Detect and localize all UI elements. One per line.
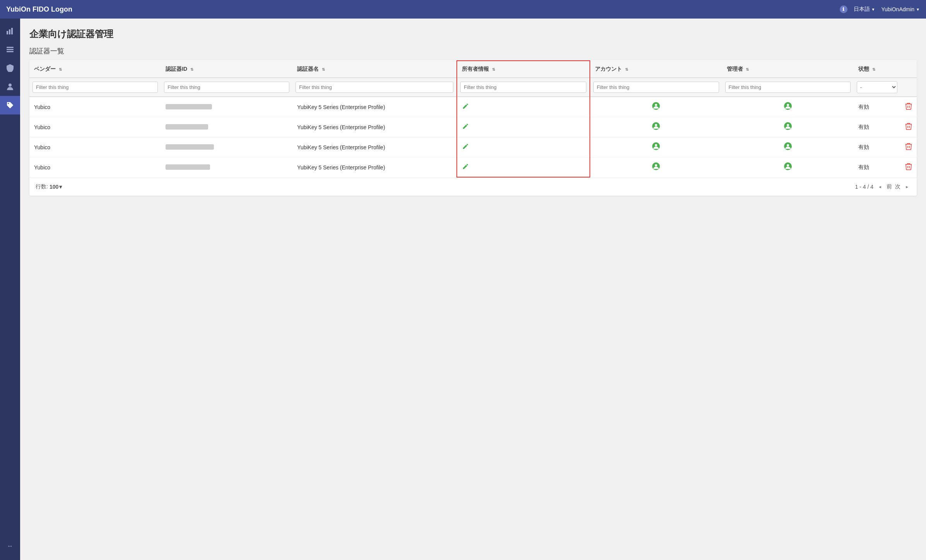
sidebar-item-tag[interactable]: [0, 96, 20, 114]
col-vendor[interactable]: ベンダー ⇅: [29, 61, 161, 78]
pencil-icon: [462, 162, 470, 170]
col-actions: [900, 61, 917, 78]
table-row: Yubico●●●●●●●●YubiKey 5 Series (Enterpri…: [29, 117, 917, 137]
shield-icon: [7, 64, 14, 72]
person-circle-icon: [652, 122, 660, 130]
cell-vendor: Yubico: [29, 157, 161, 178]
col-auth-name[interactable]: 認証器名 ⇅: [292, 61, 457, 78]
filter-status-cell: - 有効 無効: [854, 78, 900, 97]
sidebar-collapse-button[interactable]: ↔: [0, 537, 20, 555]
language-selector[interactable]: 日本語 ▼: [854, 6, 875, 13]
filter-admin-cell: [722, 78, 854, 97]
sidebar-item-user[interactable]: [0, 77, 20, 96]
filter-owner-input[interactable]: [460, 82, 586, 93]
user-dropdown-arrow: ▼: [916, 7, 920, 12]
svg-point-28: [787, 164, 789, 167]
col-account[interactable]: アカウント ⇅: [590, 61, 722, 78]
cell-owner[interactable]: [457, 157, 590, 178]
svg-rect-1: [9, 29, 10, 34]
trash-icon: [905, 162, 912, 170]
list-icon: [6, 46, 14, 53]
cell-delete[interactable]: [900, 97, 917, 117]
bar-chart-icon: [6, 27, 14, 35]
delete-icon[interactable]: [905, 104, 912, 111]
col-admin[interactable]: 管理者 ⇅: [722, 61, 854, 78]
info-icon[interactable]: ℹ: [840, 5, 847, 13]
user-menu[interactable]: YubiOnAdmin ▼: [881, 6, 920, 12]
pencil-icon: [462, 102, 470, 110]
cell-delete[interactable]: [900, 117, 917, 137]
admin-icon: [784, 143, 792, 152]
cell-owner[interactable]: [457, 117, 590, 137]
sort-admin-icon: ⇅: [746, 67, 749, 72]
page-title: 企業向け認証器管理: [29, 28, 917, 40]
cell-vendor: Yubico: [29, 137, 161, 157]
svg-rect-0: [7, 31, 8, 34]
cell-account: [590, 117, 722, 137]
sidebar-item-list[interactable]: [0, 40, 20, 59]
filter-actions-cell: [900, 78, 917, 97]
table-row: Yubico●●●●●●●●YubiKey 5 Series (Enterpri…: [29, 157, 917, 178]
svg-point-10: [787, 104, 789, 106]
cell-account: [590, 137, 722, 157]
cell-delete[interactable]: [900, 137, 917, 157]
svg-point-16: [787, 124, 789, 126]
filter-auth-name-input[interactable]: [296, 82, 453, 93]
filter-account-input[interactable]: [593, 82, 719, 93]
cell-auth-name: YubiKey 5 Series (Enterprise Profile): [292, 117, 457, 137]
tag-icon: [6, 101, 14, 109]
cell-admin: [722, 117, 854, 137]
filter-status-select[interactable]: - 有効 無効: [857, 81, 897, 93]
prev-page-button[interactable]: ◂: [876, 183, 883, 191]
cell-admin: [722, 137, 854, 157]
cell-owner[interactable]: [457, 137, 590, 157]
person-circle-admin-icon: [784, 102, 792, 110]
delete-icon[interactable]: [905, 144, 912, 152]
col-status[interactable]: 状態 ⇅: [854, 61, 900, 78]
rows-per-page-selector[interactable]: 100 ▾: [50, 184, 62, 190]
sort-vendor-icon: ⇅: [59, 67, 62, 72]
cell-status: 有効: [854, 137, 900, 157]
app-body: ↔ 企業向け認証器管理 認証器一覧 ベンダー ⇅ 認証器ID ⇅: [0, 19, 926, 560]
svg-rect-2: [11, 28, 13, 34]
sidebar-item-dashboard[interactable]: [0, 22, 20, 40]
delete-icon[interactable]: [905, 164, 912, 172]
cell-vendor: Yubico: [29, 117, 161, 137]
svg-point-14: [655, 124, 657, 126]
nav-right: ℹ 日本語 ▼ YubiOnAdmin ▼: [840, 5, 920, 13]
cell-admin: [722, 157, 854, 178]
table-header-row: ベンダー ⇅ 認証器ID ⇅ 認証器名 ⇅ 所有者情報: [29, 61, 917, 78]
edit-owner-icon[interactable]: [462, 122, 470, 132]
cell-delete[interactable]: [900, 157, 917, 178]
rows-per-page-label: 行数: 100 ▾: [36, 183, 62, 190]
cell-status: 有効: [854, 97, 900, 117]
cell-account: [590, 157, 722, 178]
cell-auth-id: ●●●●●●●●: [161, 157, 292, 178]
pencil-icon: [462, 122, 470, 130]
cell-owner[interactable]: [457, 97, 590, 117]
col-owner[interactable]: 所有者情報 ⇅: [457, 61, 590, 78]
table-body: Yubico●●●●●●●●YubiKey 5 Series (Enterpri…: [29, 97, 917, 177]
edit-owner-icon[interactable]: [462, 162, 470, 172]
delete-icon[interactable]: [905, 124, 912, 131]
sidebar: ↔: [0, 19, 20, 560]
person-circle-admin-icon: [784, 162, 792, 171]
table-row: Yubico●●●●●●●●YubiKey 5 Series (Enterpri…: [29, 137, 917, 157]
sidebar-item-security[interactable]: [0, 59, 20, 77]
rows-dropdown-arrow: ▾: [59, 184, 62, 190]
app-title: YubiOn FIDO Logon: [6, 5, 840, 14]
collapse-icon[interactable]: ↔: [0, 537, 20, 555]
username-label: YubiOnAdmin: [881, 6, 914, 12]
next-page-button[interactable]: ▸: [904, 183, 911, 191]
filter-auth-id-input[interactable]: [164, 82, 289, 93]
person-circle-admin-icon: [784, 142, 792, 150]
filter-auth-id-cell: [161, 78, 292, 97]
col-auth-id[interactable]: 認証器ID ⇅: [161, 61, 292, 78]
edit-owner-icon[interactable]: [462, 142, 470, 152]
person-circle-icon: [652, 142, 660, 150]
sort-status-icon: ⇅: [872, 67, 875, 72]
edit-owner-icon[interactable]: [462, 102, 470, 112]
filter-vendor-input[interactable]: [32, 82, 158, 93]
table-row: Yubico●●●●●●●●YubiKey 5 Series (Enterpri…: [29, 97, 917, 117]
filter-admin-input[interactable]: [725, 82, 851, 93]
